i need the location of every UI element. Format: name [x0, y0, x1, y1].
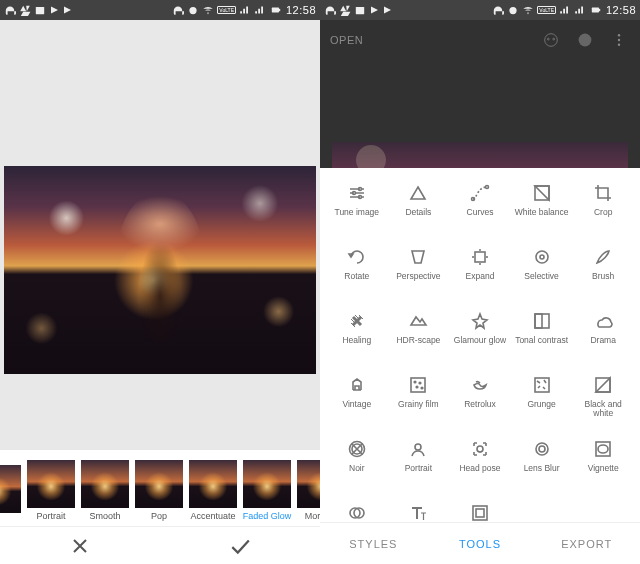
- tool-curves[interactable]: Curves: [449, 182, 511, 244]
- rotate-icon: [346, 246, 368, 268]
- text-icon: [407, 502, 429, 522]
- vintage-icon: [346, 374, 368, 396]
- headphones-icon: [324, 4, 336, 16]
- tool-label: Portrait: [405, 464, 432, 473]
- filter-accentuate[interactable]: Accentuate: [187, 460, 239, 521]
- filter-label: Pop: [133, 511, 185, 521]
- tool-vintage[interactable]: Vintage: [326, 374, 388, 436]
- play-icon-2: [382, 5, 392, 15]
- tool-label: Grainy film: [398, 400, 439, 409]
- filter-cropped[interactable]: [0, 465, 23, 516]
- drama-icon: [592, 310, 614, 332]
- tool-headpose[interactable]: Head pose: [449, 438, 511, 500]
- action-bar: [0, 526, 320, 564]
- headphones-icon: [4, 4, 16, 16]
- face-icon[interactable]: [540, 29, 562, 51]
- tool-label: Tonal contrast: [515, 336, 568, 345]
- tool-label: White balance: [515, 208, 569, 217]
- filter-portrait[interactable]: Portrait: [25, 460, 77, 521]
- filter-thumb: [297, 460, 320, 508]
- tool-label: Details: [405, 208, 431, 217]
- image-icon: [354, 4, 366, 16]
- filter-thumb: [27, 460, 75, 508]
- play-icon: [369, 5, 379, 15]
- tool-label: Black and white: [574, 400, 632, 419]
- tool-brush[interactable]: Brush: [572, 246, 634, 308]
- tool-selective[interactable]: Selective: [511, 246, 573, 308]
- tool-text[interactable]: Text: [388, 502, 450, 522]
- tool-whitebalance[interactable]: White balance: [511, 182, 573, 244]
- signal-icon-2: [254, 4, 266, 16]
- tool-lensblur[interactable]: Lens Blur: [511, 438, 573, 500]
- tool-details[interactable]: Details: [388, 182, 450, 244]
- grunge-icon: [531, 374, 553, 396]
- drive-icon: [19, 4, 31, 16]
- crop-icon: [592, 182, 614, 204]
- tool-label: Crop: [594, 208, 612, 217]
- nav-tools[interactable]: TOOLS: [427, 523, 534, 564]
- play-icon-2: [62, 5, 72, 15]
- signal-icon: [559, 4, 571, 16]
- filter-smooth[interactable]: Smooth: [79, 460, 131, 521]
- tool-drama[interactable]: Drama: [572, 310, 634, 372]
- tool-glamour[interactable]: Glamour glow: [449, 310, 511, 372]
- dimmed-editor-area: OPEN: [320, 20, 640, 168]
- volte-badge: VoLTE: [537, 6, 556, 14]
- confirm-button[interactable]: [160, 527, 320, 564]
- more-icon[interactable]: [608, 29, 630, 51]
- tool-vignette[interactable]: Vignette: [572, 438, 634, 500]
- tool-healing[interactable]: Healing: [326, 310, 388, 372]
- tool-portrait[interactable]: Portrait: [388, 438, 450, 500]
- headphones-icon-2: [492, 4, 504, 16]
- tool-double[interactable]: Double Exposure: [326, 502, 388, 522]
- filter-pop[interactable]: Pop: [133, 460, 185, 521]
- filter-label: Morning: [295, 511, 320, 521]
- tool-tune[interactable]: Tune image: [326, 182, 388, 244]
- glamour-icon: [469, 310, 491, 332]
- volte-badge: VoLTE: [217, 6, 236, 14]
- tool-crop[interactable]: Crop: [572, 182, 634, 244]
- image-icon: [34, 4, 46, 16]
- tool-bw[interactable]: Black and white: [572, 374, 634, 436]
- tool-label: Retrolux: [464, 400, 496, 409]
- tool-expand[interactable]: Expand: [449, 246, 511, 308]
- filter-strip[interactable]: PortraitSmoothPopAccentuateFaded GlowMor…: [0, 450, 320, 526]
- filter-label: Faded Glow: [241, 511, 293, 521]
- tool-frames[interactable]: Frames: [449, 502, 511, 522]
- healing-icon: [346, 310, 368, 332]
- curves-icon: [469, 182, 491, 204]
- tool-label: HDR-scape: [396, 336, 440, 345]
- nav-export[interactable]: EXPORT: [533, 523, 640, 564]
- open-button[interactable]: OPEN: [330, 34, 363, 46]
- tool-hdr[interactable]: HDR-scape: [388, 310, 450, 372]
- double-icon: [346, 502, 368, 522]
- whitebalance-icon: [531, 182, 553, 204]
- signal-icon: [239, 4, 251, 16]
- filter-label: Smooth: [79, 511, 131, 521]
- tool-noir[interactable]: Noir: [326, 438, 388, 500]
- tool-label: Noir: [349, 464, 365, 473]
- tool-rotate[interactable]: Rotate: [326, 246, 388, 308]
- perspective-icon: [407, 246, 429, 268]
- tool-retrolux[interactable]: Retrolux: [449, 374, 511, 436]
- filter-thumb: [81, 460, 129, 508]
- status-bar-right: VoLTE 12:58: [320, 0, 640, 20]
- tool-tonal[interactable]: Tonal contrast: [511, 310, 573, 372]
- hdr-icon: [407, 310, 429, 332]
- cancel-button[interactable]: [0, 527, 160, 564]
- tool-grainy[interactable]: Grainy film: [388, 374, 450, 436]
- filter-faded-glow[interactable]: Faded Glow: [241, 460, 293, 521]
- vignette-icon: [592, 438, 614, 460]
- filter-morning[interactable]: Morning: [295, 460, 320, 521]
- tool-label: Vignette: [588, 464, 619, 473]
- filter-thumb: [135, 460, 183, 508]
- tool-label: Lens Blur: [524, 464, 560, 473]
- tool-grunge[interactable]: Grunge: [511, 374, 573, 436]
- nav-styles[interactable]: STYLES: [320, 523, 427, 564]
- bw-icon: [592, 374, 614, 396]
- portrait-icon: [407, 438, 429, 460]
- photo-canvas[interactable]: [0, 20, 320, 450]
- wifi-icon: [522, 4, 534, 16]
- tool-perspective[interactable]: Perspective: [388, 246, 450, 308]
- info-icon[interactable]: [574, 29, 596, 51]
